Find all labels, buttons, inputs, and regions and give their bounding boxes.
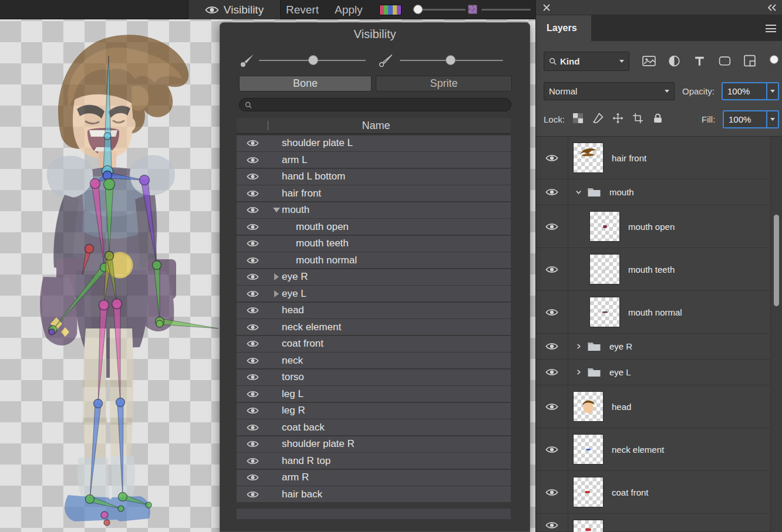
row-visibility-toggle[interactable] (247, 406, 259, 415)
foldout-arrow-icon[interactable] (271, 208, 282, 212)
layer-visibility-toggle[interactable] (536, 360, 568, 385)
row-visibility-toggle[interactable] (247, 306, 259, 315)
layer-thumbnail[interactable] (573, 391, 604, 422)
pixel-layer-filter-icon[interactable] (642, 55, 656, 67)
visibility-row[interactable]: coat front (237, 336, 511, 352)
layer-thumbnail[interactable] (573, 520, 604, 532)
row-visibility-toggle[interactable] (247, 323, 259, 331)
layer-thumbnail[interactable] (573, 477, 604, 507)
row-visibility-toggle[interactable] (247, 490, 259, 499)
visibility-row[interactable]: mouth open (237, 219, 511, 235)
row-visibility-toggle[interactable] (247, 389, 259, 398)
tab-sprite[interactable]: Sprite (376, 76, 512, 92)
layer-thumbnail[interactable] (589, 254, 620, 284)
layer-row[interactable]: mouth teeth (536, 248, 782, 291)
row-visibility-toggle[interactable] (247, 440, 259, 449)
scrollbar-thumb[interactable] (774, 215, 779, 306)
layer-row[interactable]: hair front (536, 137, 782, 179)
opacity-dropdown-button[interactable] (766, 83, 778, 99)
visibility-row[interactable]: mouth (237, 202, 511, 218)
visibility-row[interactable]: eye R (237, 269, 511, 285)
panel-sprite-slider-knob[interactable] (446, 55, 456, 65)
search-input[interactable] (255, 100, 505, 110)
row-visibility-toggle[interactable] (247, 189, 259, 198)
visibility-row[interactable]: shoulder plate L (237, 135, 511, 151)
layer-row[interactable] (536, 514, 782, 532)
visibility-row[interactable]: hair back (237, 486, 511, 502)
revert-button[interactable]: Revert (286, 0, 319, 19)
layer-visibility-toggle[interactable] (536, 385, 568, 428)
visibility-row[interactable]: neck element (237, 319, 511, 335)
layer-row[interactable]: neck element (536, 428, 782, 471)
apply-button[interactable]: Apply (335, 0, 363, 19)
layer-visibility-toggle[interactable] (536, 514, 568, 531)
shape-layer-filter-icon[interactable] (718, 55, 732, 67)
kind-filter-dropdown[interactable]: Kind (544, 52, 629, 71)
layer-visibility-toggle[interactable] (536, 248, 568, 290)
visibility-row[interactable]: mouth teeth (237, 236, 511, 252)
visibility-row[interactable]: torso (237, 370, 511, 385)
color-palette-icon[interactable] (379, 5, 402, 15)
panel-menu-icon[interactable] (766, 25, 776, 32)
visibility-row[interactable]: arm L (237, 152, 511, 168)
row-visibility-toggle[interactable] (247, 206, 259, 215)
visibility-row[interactable]: neck (237, 353, 511, 368)
visibility-row[interactable]: mouth normal (237, 252, 511, 268)
lock-position-icon[interactable] (612, 113, 623, 124)
visibility-row[interactable]: coat back (237, 419, 511, 435)
row-visibility-toggle[interactable] (247, 172, 259, 181)
tab-bone[interactable]: Bone (239, 76, 372, 92)
layer-group-row[interactable]: eye L (536, 360, 782, 385)
bone-opacity-slider-knob[interactable] (413, 5, 423, 14)
layer-thumbnail[interactable] (589, 297, 620, 327)
visibility-row[interactable]: shoulder plate R (237, 436, 511, 452)
layer-visibility-toggle[interactable] (536, 179, 568, 205)
layer-group-row[interactable]: eye R (536, 334, 782, 360)
layer-row[interactable]: head (536, 385, 782, 428)
collapse-panel-icon[interactable] (767, 4, 777, 12)
close-icon[interactable] (542, 4, 551, 12)
visibility-row[interactable]: leg R (237, 403, 511, 419)
visibility-row[interactable]: leg L (237, 386, 511, 402)
layer-row[interactable]: mouth open (536, 205, 782, 248)
layer-row[interactable]: coat front (536, 471, 782, 514)
layer-thumbnail[interactable] (589, 211, 620, 242)
visibility-toggle-button[interactable]: Visibility (188, 0, 281, 19)
fill-dropdown-button[interactable] (766, 111, 778, 127)
blend-mode-dropdown[interactable]: Normal (544, 82, 675, 100)
lock-transparent-pixels-icon[interactable] (572, 113, 584, 124)
panel-bone-slider-knob[interactable] (308, 55, 318, 65)
filtering-toggle[interactable] (770, 55, 778, 64)
layer-visibility-toggle[interactable] (536, 205, 568, 248)
row-visibility-toggle[interactable] (247, 139, 259, 148)
row-visibility-toggle[interactable] (247, 273, 259, 282)
layer-visibility-toggle[interactable] (536, 137, 568, 179)
layer-visibility-toggle[interactable] (536, 291, 568, 333)
opacity-field[interactable]: 100% (722, 82, 779, 100)
lock-artboard-icon[interactable] (632, 113, 643, 124)
row-visibility-toggle[interactable] (247, 473, 259, 482)
visibility-row[interactable]: hand L bottom (237, 169, 511, 185)
lock-all-icon[interactable] (652, 113, 663, 124)
layer-thumbnail[interactable] (573, 434, 604, 465)
visibility-row[interactable]: head (237, 303, 511, 318)
layer-visibility-toggle[interactable] (536, 428, 568, 470)
row-visibility-toggle[interactable] (247, 289, 259, 298)
type-layer-filter-icon[interactable] (693, 55, 706, 67)
row-visibility-toggle[interactable] (247, 222, 259, 231)
row-visibility-toggle[interactable] (247, 423, 259, 432)
visibility-row[interactable]: hair front (237, 185, 511, 201)
row-visibility-toggle[interactable] (247, 155, 259, 164)
layer-thumbnail[interactable] (573, 143, 604, 173)
layer-row[interactable]: mouth normal (536, 291, 782, 334)
row-visibility-toggle[interactable] (247, 373, 259, 382)
foldout-arrow-icon[interactable] (271, 290, 282, 297)
adjustment-layer-filter-icon[interactable] (668, 55, 681, 67)
fill-field[interactable]: 100% (723, 110, 779, 128)
search-box[interactable] (239, 98, 511, 111)
tab-layers[interactable]: Layers (536, 15, 591, 41)
group-collapse-icon[interactable] (575, 189, 582, 195)
group-expand-icon[interactable] (575, 343, 582, 350)
row-visibility-toggle[interactable] (247, 456, 259, 465)
group-expand-icon[interactable] (575, 369, 582, 375)
